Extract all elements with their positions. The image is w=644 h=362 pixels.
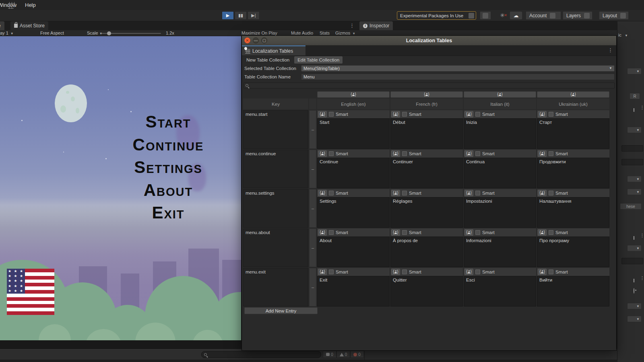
translation-text-area[interactable]: Continua bbox=[464, 158, 536, 188]
game-menu-item[interactable]: Settings bbox=[89, 156, 241, 179]
row-grip[interactable]: – bbox=[309, 150, 316, 188]
scale-slider[interactable] bbox=[101, 33, 161, 34]
translation-text-area[interactable]: Налаштування bbox=[537, 197, 609, 228]
metadata-button[interactable] bbox=[538, 269, 547, 275]
inspector-dropdown[interactable]: ▼ bbox=[627, 303, 642, 309]
metadata-button[interactable] bbox=[391, 111, 400, 117]
tab-localization-tables[interactable]: Localization Tables bbox=[242, 45, 305, 56]
key-cell[interactable]: menu.continue bbox=[243, 150, 308, 188]
r-button[interactable]: R bbox=[630, 93, 640, 99]
console-error-toggle[interactable]: 0 bbox=[350, 351, 364, 358]
language-column-header[interactable]: Ukrainian (uk) bbox=[537, 99, 609, 109]
pause-button[interactable]: ▮▮ bbox=[235, 11, 247, 20]
console-info-toggle[interactable]: 0 bbox=[323, 351, 336, 358]
window-titlebar[interactable]: Localization Tables ✕ — ▢ bbox=[242, 36, 616, 45]
metadata-button[interactable] bbox=[464, 150, 473, 157]
metadata-button[interactable] bbox=[318, 111, 327, 117]
translation-text-area[interactable]: Продовжити bbox=[537, 158, 609, 188]
row-grip[interactable]: – bbox=[309, 268, 316, 306]
key-column-header[interactable]: Key bbox=[243, 99, 308, 109]
scale-slider-knob[interactable] bbox=[107, 31, 111, 35]
smart-checkbox[interactable] bbox=[329, 112, 334, 117]
metadata-button[interactable] bbox=[391, 229, 400, 236]
smart-checkbox[interactable] bbox=[402, 269, 407, 274]
smart-checkbox[interactable] bbox=[402, 230, 407, 235]
maximize-button[interactable]: ▢ bbox=[261, 37, 267, 43]
smart-checkbox[interactable] bbox=[549, 151, 553, 156]
inspector-dropdown[interactable]: ▼ bbox=[627, 176, 642, 182]
selected-collection-dropdown[interactable]: Menu(StringTable) ▼ bbox=[301, 65, 615, 72]
close-button[interactable]: ✕ bbox=[244, 37, 250, 43]
smart-checkbox[interactable] bbox=[402, 191, 407, 195]
smart-checkbox[interactable] bbox=[549, 230, 553, 235]
key-cell[interactable]: menu.settings bbox=[243, 189, 308, 228]
preview-packages-button[interactable] bbox=[480, 11, 491, 20]
metadata-button[interactable] bbox=[464, 269, 473, 275]
smart-checkbox[interactable] bbox=[475, 151, 480, 156]
static-dropdown-partial[interactable]: ic ▼ bbox=[618, 33, 628, 37]
translation-text-area[interactable]: Про програму bbox=[537, 237, 609, 267]
language-column-header[interactable]: French (fr) bbox=[390, 99, 463, 109]
menu-help[interactable]: Help bbox=[25, 2, 36, 8]
metadata-button[interactable] bbox=[464, 229, 473, 236]
collection-name-input[interactable]: Menu bbox=[301, 74, 615, 80]
component-menu-icon[interactable]: ⋮ bbox=[640, 233, 644, 238]
game-menu-item[interactable]: About bbox=[89, 179, 241, 202]
layers-button[interactable]: Layers bbox=[563, 11, 592, 20]
experimental-packages-badge[interactable]: Experimental Packages In Use bbox=[397, 11, 476, 20]
collab-status-icon[interactable]: ✳✕ bbox=[497, 11, 507, 20]
translation-text-area[interactable]: Impostazioni bbox=[464, 197, 536, 228]
inspector-dropdown[interactable]: ▼ bbox=[627, 245, 642, 251]
smart-checkbox[interactable] bbox=[402, 151, 407, 156]
translation-text-area[interactable]: Exit bbox=[317, 276, 390, 306]
translation-text-area[interactable]: Quitter bbox=[390, 276, 463, 306]
row-grip[interactable]: – bbox=[309, 189, 316, 228]
target-picker-icon[interactable] bbox=[634, 288, 634, 294]
component-menu-icon[interactable]: ⋮ bbox=[640, 276, 644, 281]
metadata-button[interactable] bbox=[318, 269, 327, 275]
smart-checkbox[interactable] bbox=[549, 269, 553, 274]
metadata-button[interactable] bbox=[538, 229, 547, 236]
translation-text-area[interactable]: Вийти bbox=[537, 276, 609, 306]
column-metadata-button[interactable] bbox=[537, 91, 609, 98]
project-search-input[interactable] bbox=[201, 351, 321, 358]
inspector-field[interactable] bbox=[621, 145, 643, 152]
minimize-button[interactable]: — bbox=[253, 37, 259, 43]
new-table-collection-button[interactable]: New Table Collection bbox=[243, 56, 293, 64]
hese-button-partial[interactable]: hese bbox=[620, 203, 642, 210]
key-cell[interactable]: menu.about bbox=[243, 228, 308, 267]
metadata-button[interactable] bbox=[464, 190, 473, 196]
translation-text-area[interactable]: Début bbox=[390, 118, 463, 149]
column-metadata-button[interactable] bbox=[317, 91, 390, 98]
translation-text-area[interactable]: Informazioni bbox=[464, 237, 536, 267]
smart-checkbox[interactable] bbox=[329, 191, 334, 195]
inspector-dropdown[interactable]: ▼ bbox=[627, 68, 642, 74]
tab-asset-store[interactable]: Asset Store bbox=[10, 21, 48, 30]
smart-checkbox[interactable] bbox=[402, 112, 407, 117]
smart-checkbox[interactable] bbox=[549, 112, 553, 117]
metadata-button[interactable] bbox=[391, 150, 400, 157]
console-warning-toggle[interactable]: 0 bbox=[336, 351, 350, 358]
play-button[interactable]: ▶ bbox=[222, 11, 234, 20]
cloud-services-button[interactable]: ☁ bbox=[510, 11, 522, 20]
account-button[interactable]: Account bbox=[526, 11, 561, 20]
translation-text-area[interactable]: Inizia bbox=[464, 118, 536, 149]
table-search-input[interactable] bbox=[244, 82, 615, 88]
inspector-field[interactable] bbox=[621, 159, 643, 165]
step-button[interactable]: ▶| bbox=[248, 11, 260, 20]
us-flag-language-button[interactable]: ★ ★ ★ ★ ★ ★ ★ ★ ★ ★ ★ ★ ★ ★ ★ bbox=[7, 269, 54, 315]
translation-text-area[interactable]: About bbox=[317, 237, 390, 267]
translation-text-area[interactable]: Continuer bbox=[390, 158, 463, 188]
metadata-button[interactable] bbox=[318, 150, 327, 157]
inspector-field[interactable] bbox=[621, 258, 643, 264]
snap-grid-icon[interactable] bbox=[8, 2, 15, 9]
game-view-menu-icon[interactable]: ⋮ bbox=[349, 23, 355, 29]
metadata-button[interactable] bbox=[391, 269, 400, 275]
smart-checkbox[interactable] bbox=[475, 191, 480, 195]
metadata-button[interactable] bbox=[318, 190, 327, 196]
metadata-button[interactable] bbox=[538, 150, 547, 157]
game-menu-item[interactable]: Start bbox=[89, 111, 241, 134]
key-cell[interactable]: menu.start bbox=[243, 110, 308, 149]
column-metadata-button[interactable] bbox=[464, 91, 536, 98]
component-menu-icon[interactable]: ⋮ bbox=[640, 105, 644, 110]
